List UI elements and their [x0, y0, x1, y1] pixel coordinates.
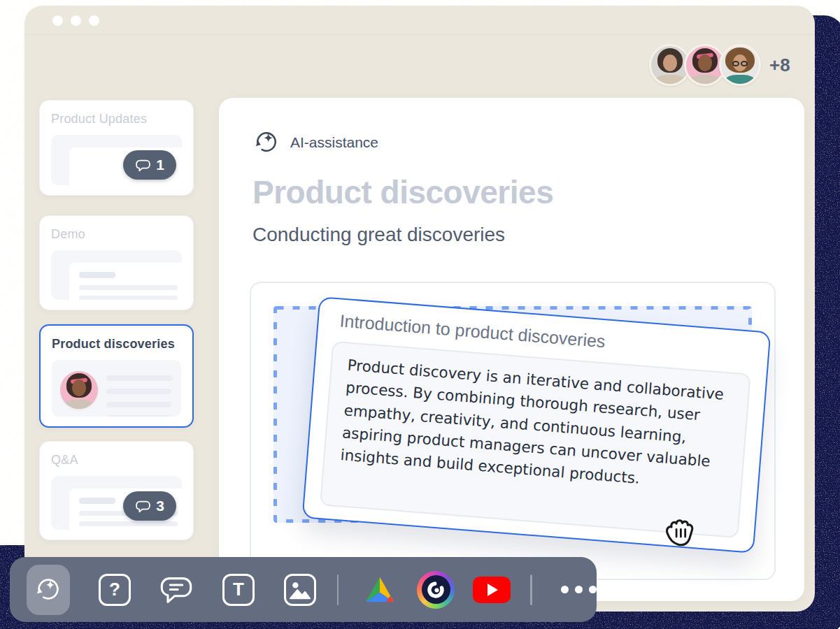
sidebar-card-product-discoveries[interactable]: Product discoveries	[39, 324, 194, 428]
slide-card[interactable]: Introduction to product discoveries Prod…	[302, 296, 771, 554]
avatar[interactable]	[719, 44, 761, 86]
main-panel: AI-assistance Product discoveries Conduc…	[219, 98, 804, 601]
card-title: Demo	[51, 227, 182, 242]
tool-help[interactable]: ?	[99, 574, 131, 606]
placeholder-line	[79, 272, 115, 278]
placeholder-line	[106, 375, 173, 381]
card-title: Q&A	[51, 453, 182, 468]
tool-google-drive[interactable]	[364, 575, 396, 605]
thumbnail-lines	[106, 375, 171, 417]
g-app-icon	[417, 571, 455, 609]
screenshot-root: +8 Product Updates 1 Demo	[0, 0, 840, 629]
placeholder-line	[79, 498, 115, 504]
slide-frame: Introduction to product discoveries Prod…	[250, 282, 776, 580]
more-options-icon[interactable]	[561, 586, 597, 593]
chat-bubble-icon	[159, 573, 193, 607]
ai-assistance-row[interactable]: AI-assistance	[252, 129, 378, 157]
tool-text[interactable]: T	[222, 574, 255, 606]
placeholder-line	[79, 285, 178, 290]
card-thumbnail	[52, 360, 181, 417]
placeholder-line	[79, 296, 178, 300]
comment-count: 1	[156, 157, 164, 173]
placeholder-line	[106, 402, 171, 407]
card-title: Product discoveries	[52, 337, 181, 352]
avatar-body	[655, 75, 685, 86]
avatar-glasses	[732, 61, 748, 67]
avatar-body	[690, 75, 720, 86]
toolbar-divider	[337, 574, 339, 605]
comment-count: 3	[156, 498, 164, 514]
page-title: Product discoveries	[252, 173, 553, 211]
help-icon: ?	[99, 574, 131, 606]
card-title: Product Updates	[51, 112, 182, 126]
bottom-toolbar: ? T	[10, 557, 597, 622]
speaker-avatar	[60, 371, 98, 409]
comment-badge[interactable]: 1	[123, 150, 176, 180]
thumbnail-page	[69, 263, 182, 300]
avatar-face	[663, 55, 678, 71]
placeholder-line	[106, 415, 171, 417]
tool-comments[interactable]	[159, 573, 193, 607]
tool-youtube[interactable]	[473, 577, 511, 603]
window-controls[interactable]	[52, 15, 99, 26]
avatar-overflow-count[interactable]: +8	[769, 55, 790, 76]
card-thumbnail	[51, 250, 182, 300]
google-drive-icon	[364, 575, 396, 605]
tool-ai-assistant[interactable]	[27, 565, 70, 615]
ai-assistance-label: AI-assistance	[290, 134, 378, 151]
sidebar-card-product-updates[interactable]: Product Updates 1	[39, 100, 194, 196]
sidebar-card-qa[interactable]: Q&A 3	[39, 441, 194, 540]
ai-assistant-icon	[34, 575, 63, 605]
avatar-body	[725, 75, 755, 86]
page-subtitle: Conducting great discoveries	[252, 224, 505, 246]
ai-assistance-icon	[252, 129, 280, 157]
avatar-face	[698, 55, 713, 71]
card-thumbnail: 1	[51, 135, 182, 185]
tool-image[interactable]	[284, 574, 316, 606]
comment-badge[interactable]: 3	[123, 491, 176, 521]
image-icon	[284, 574, 316, 606]
window-dot[interactable]	[71, 15, 81, 26]
slide-card-body: Product discovery is an iterative and co…	[320, 341, 751, 538]
sidebar-card-demo[interactable]: Demo	[39, 215, 194, 310]
window-titlebar	[24, 6, 815, 35]
toolbar-divider	[530, 574, 532, 605]
presence-stack: +8	[649, 44, 790, 86]
comment-bubble-icon	[135, 498, 151, 514]
tool-g-app[interactable]	[417, 571, 455, 609]
window-dot[interactable]	[89, 15, 99, 26]
comment-bubble-icon	[135, 157, 151, 173]
card-thumbnail: 3	[51, 476, 182, 530]
placeholder-line	[79, 521, 178, 526]
placeholder-line	[106, 389, 171, 394]
text-tool-icon: T	[222, 574, 255, 606]
youtube-icon	[473, 577, 511, 603]
window-dot[interactable]	[52, 15, 63, 26]
